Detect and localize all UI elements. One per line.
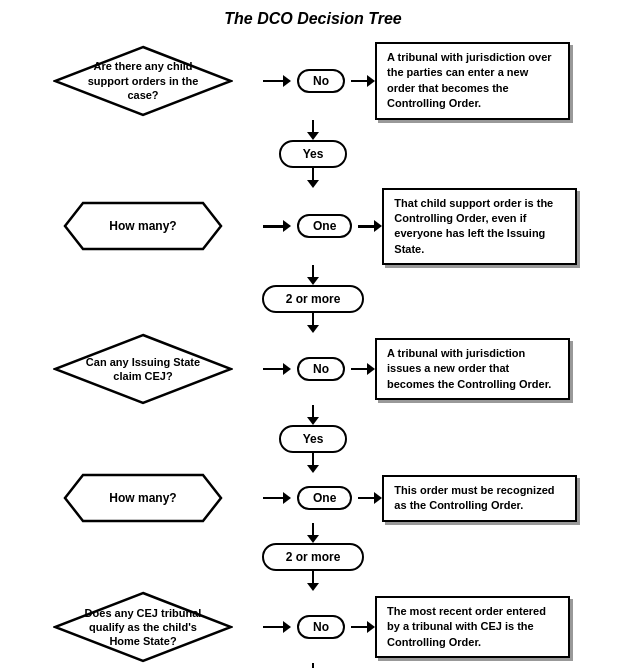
arrow-after-no-q3 xyxy=(351,363,375,375)
outcome-2: That child support order is the Controll… xyxy=(382,188,577,266)
arrow-line xyxy=(263,80,283,83)
yes-pill-1: Yes xyxy=(279,140,348,168)
row-q2: How many? One That child support order i… xyxy=(23,188,603,266)
q3-left: Can any Issuing State claim CEJ? xyxy=(23,333,263,405)
a-head xyxy=(283,220,291,232)
arrow-head xyxy=(283,75,291,87)
diamond-q3: Can any Issuing State claim CEJ? xyxy=(53,333,233,405)
al6 xyxy=(351,626,367,629)
dh6 xyxy=(307,465,319,473)
q4-left: How many? xyxy=(23,473,263,523)
a-line2 xyxy=(358,225,374,228)
row-q4: How many? One This order must be recogni… xyxy=(23,473,603,523)
d-line4 xyxy=(312,313,315,325)
diamond-q1: Are there any child support orders in th… xyxy=(53,45,233,117)
arrow-one-q2 xyxy=(263,220,291,232)
no-pill-q3: No xyxy=(297,357,345,381)
two-more-pill-2: 2 or more xyxy=(262,543,365,571)
q1-text: Are there any child support orders in th… xyxy=(53,59,233,102)
row-q1: Are there any child support orders in th… xyxy=(23,42,603,120)
dl7 xyxy=(312,523,315,535)
al3 xyxy=(263,497,283,500)
vconnect-5 xyxy=(193,405,433,425)
dh8 xyxy=(307,583,319,591)
arrow-no-q5 xyxy=(263,621,291,633)
two-more-1-wrap: 2 or more xyxy=(193,285,433,313)
no-pill-q1: No xyxy=(297,69,345,93)
outcome-1: A tribunal with jurisdiction over the pa… xyxy=(375,42,570,120)
down-arrow-9 xyxy=(307,663,319,668)
arrow-after-one-q4 xyxy=(358,492,382,504)
ah4 xyxy=(374,492,382,504)
vconnect-4 xyxy=(193,313,433,333)
q5-left: Does any CEJ tribunal qualify as the chi… xyxy=(23,591,263,663)
vconnect-9 xyxy=(193,663,433,668)
dl8 xyxy=(312,571,315,583)
al2 xyxy=(351,368,367,371)
arrow-no-q1 xyxy=(263,75,291,87)
q4-text: How many? xyxy=(109,491,176,505)
hex-q4: How many? xyxy=(63,473,223,523)
hex-q2: How many? xyxy=(63,201,223,251)
outcome-4: This order must be recognized as the Con… xyxy=(382,475,577,522)
d-head4 xyxy=(307,325,319,333)
down-arrow-7 xyxy=(307,523,319,543)
a-head2 xyxy=(374,220,382,232)
down-arrow-1 xyxy=(307,120,319,140)
vconnect-1 xyxy=(193,120,433,140)
no-pill-q5: No xyxy=(297,615,345,639)
outcome-5: The most recent order entered by a tribu… xyxy=(375,596,570,658)
arrow-after-no-q1 xyxy=(351,75,375,87)
down-arrow-6 xyxy=(307,453,319,473)
page-title: The DCO Decision Tree xyxy=(224,10,402,28)
ah5 xyxy=(283,621,291,633)
dl5 xyxy=(312,405,315,417)
dl6 xyxy=(312,453,315,465)
down-arrow-5 xyxy=(307,405,319,425)
down-arrow-4 xyxy=(307,313,319,333)
vconnect-7 xyxy=(193,523,433,543)
flowchart: Are there any child support orders in th… xyxy=(0,42,626,668)
q5-text: Does any CEJ tribunal qualify as the chi… xyxy=(53,606,233,649)
q5-right: No The most recent order entered by a tr… xyxy=(263,596,603,658)
q1-right: No A tribunal with jurisdiction over the… xyxy=(263,42,603,120)
arrow-line2 xyxy=(351,80,367,83)
a-line xyxy=(263,225,283,228)
al5 xyxy=(263,626,283,629)
one-pill-2: One xyxy=(297,486,352,510)
dh7 xyxy=(307,535,319,543)
arrow-after-one-q2 xyxy=(358,220,382,232)
arrow-after-no-q5 xyxy=(351,621,375,633)
arrow-no-q3 xyxy=(263,363,291,375)
yes-pill-1-wrap: Yes xyxy=(193,140,433,168)
down-line xyxy=(312,120,315,132)
q2-right: One That child support order is the Cont… xyxy=(263,188,603,266)
ah6 xyxy=(367,621,375,633)
al1 xyxy=(263,368,283,371)
yes-pill-2: Yes xyxy=(279,425,348,453)
q4-right: One This order must be recognized as the… xyxy=(263,475,603,522)
arrow-head2 xyxy=(367,75,375,87)
vconnect-3 xyxy=(193,265,433,285)
ah2 xyxy=(367,363,375,375)
dl9 xyxy=(312,663,315,668)
yes-pill-2-wrap: Yes xyxy=(193,425,433,453)
q1-left: Are there any child support orders in th… xyxy=(23,45,263,117)
two-more-2-wrap: 2 or more xyxy=(193,543,433,571)
ah1 xyxy=(283,363,291,375)
row-q5: Does any CEJ tribunal qualify as the chi… xyxy=(23,591,603,663)
one-pill-1: One xyxy=(297,214,352,238)
down-arrow-3 xyxy=(307,265,319,285)
al4 xyxy=(358,497,374,500)
vconnect-6 xyxy=(193,453,433,473)
vconnect-8 xyxy=(193,571,433,591)
down-line-2 xyxy=(312,168,315,180)
vconnect-2 xyxy=(193,168,433,188)
arrow-one-q4 xyxy=(263,492,291,504)
two-more-pill-1: 2 or more xyxy=(262,285,365,313)
q2-left: How many? xyxy=(23,201,263,251)
outcome-3: A tribunal with jurisdiction issues a ne… xyxy=(375,338,570,400)
ah3 xyxy=(283,492,291,504)
q2-text: How many? xyxy=(109,219,176,233)
down-head-2 xyxy=(307,180,319,188)
